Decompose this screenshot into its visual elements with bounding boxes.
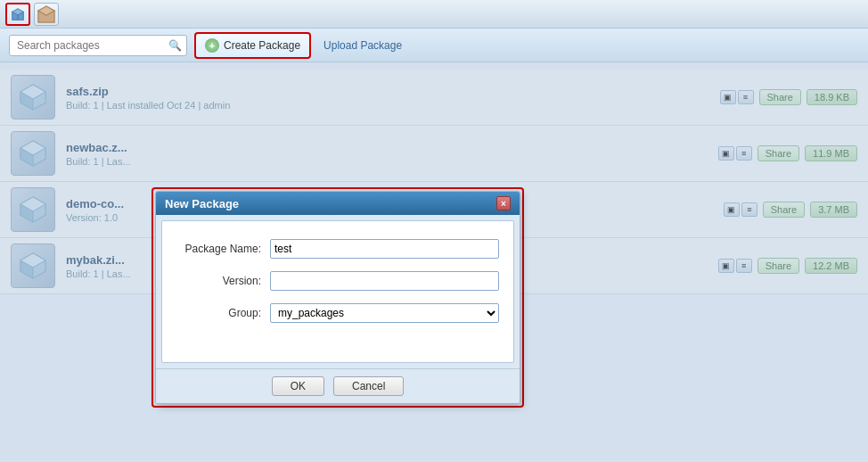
packages-toolbar-button[interactable] — [5, 3, 30, 26]
search-bar: 🔍 + Create Package Upload Package — [0, 29, 868, 62]
new-package-dialog-container: New Package × Package Name: Version: Gro… — [151, 187, 524, 408]
package-name-row: Package Name: — [176, 239, 499, 259]
ok-button[interactable]: OK — [272, 376, 324, 396]
dialog-close-button[interactable]: × — [496, 196, 511, 210]
dialog-body: Package Name: Version: Group: my_package… — [161, 220, 514, 363]
create-pkg-label: Create Package — [224, 39, 300, 52]
group-row: Group: my_packages default shared — [176, 303, 499, 323]
cancel-button[interactable]: Cancel — [333, 376, 404, 396]
version-input[interactable] — [270, 271, 499, 291]
version-label: Version: — [176, 275, 270, 287]
version-row: Version: — [176, 271, 499, 291]
search-icon[interactable]: 🔍 — [167, 37, 183, 54]
main-content: safs.zip Build: 1 | Last installed Oct 2… — [0, 62, 868, 462]
toolbar — [0, 0, 868, 29]
group-select[interactable]: my_packages default shared — [270, 303, 499, 323]
dialog-footer: OK Cancel — [156, 368, 520, 403]
create-pkg-icon: + — [205, 38, 219, 53]
package-name-input[interactable] — [270, 239, 499, 259]
secondary-toolbar-button[interactable] — [34, 3, 59, 26]
search-wrapper: 🔍 — [9, 35, 187, 56]
upload-package-button[interactable]: Upload Package — [318, 39, 407, 52]
new-package-dialog: New Package × Package Name: Version: Gro… — [155, 191, 520, 404]
create-package-button[interactable]: + Create Package — [194, 32, 311, 59]
search-input[interactable] — [13, 37, 167, 54]
dialog-title-bar: New Package × — [156, 192, 520, 215]
group-label: Group: — [176, 307, 270, 319]
package-name-label: Package Name: — [176, 243, 270, 255]
dialog-title-text: New Package — [165, 197, 239, 210]
